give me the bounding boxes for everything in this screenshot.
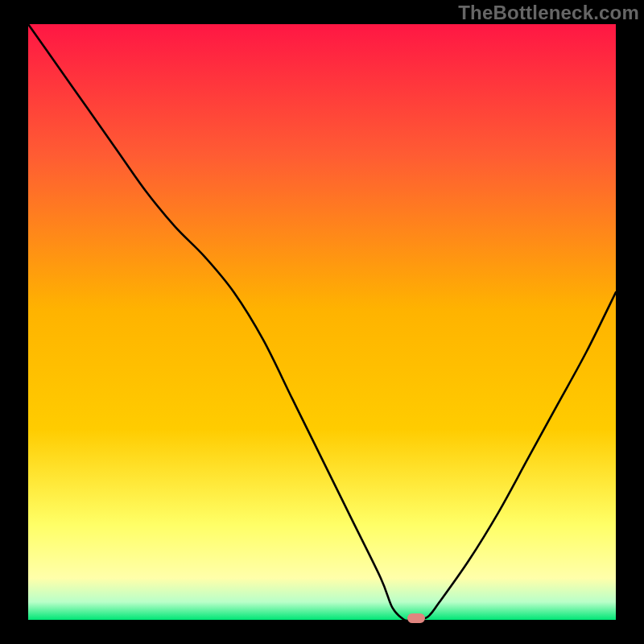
plot-area	[28, 24, 616, 620]
optimal-marker	[407, 613, 425, 623]
plot-svg	[28, 24, 616, 620]
gradient-background	[28, 24, 616, 620]
chart-frame: TheBottleneck.com	[0, 0, 644, 644]
watermark-text: TheBottleneck.com	[458, 2, 639, 24]
